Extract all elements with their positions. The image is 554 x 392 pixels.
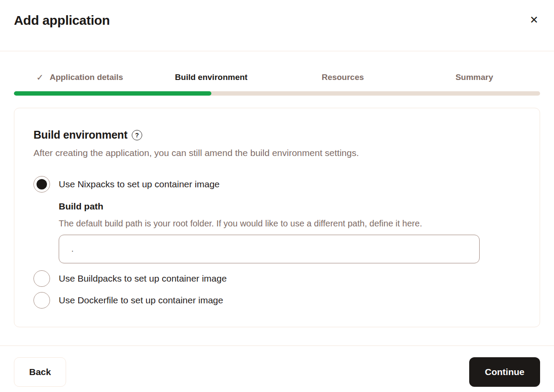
page-title: Add application <box>14 13 540 28</box>
tab-build-environment[interactable]: Build environment <box>146 71 277 83</box>
section-heading: Build environment <box>33 127 127 142</box>
build-path-group: Build path The default build path is you… <box>59 200 521 263</box>
build-path-input[interactable] <box>59 235 480 263</box>
check-icon: ✓ <box>36 71 43 83</box>
build-path-label: Build path <box>59 200 521 213</box>
stepper-tabs: ✓ Application details Build environment … <box>14 71 540 83</box>
option-dockerfile-label[interactable]: Use Dockerfile to set up container image <box>59 295 223 306</box>
option-nixpacks: Use Nixpacks to set up container image <box>33 176 521 193</box>
build-path-help: The default build path is your root fold… <box>59 218 521 229</box>
tab-label: Summary <box>455 71 493 83</box>
add-application-modal: Add application ✕ ✓ Application details … <box>0 0 554 392</box>
tab-label: Build environment <box>175 71 247 83</box>
radio-dockerfile[interactable] <box>33 292 50 309</box>
radio-nixpacks[interactable] <box>33 176 50 193</box>
radio-buildpacks[interactable] <box>33 270 50 287</box>
tab-summary[interactable]: Summary <box>409 71 541 83</box>
option-nixpacks-label[interactable]: Use Nixpacks to set up container image <box>59 179 220 189</box>
progress-fill <box>14 91 211 96</box>
progress-bar <box>14 91 540 96</box>
tab-resources[interactable]: Resources <box>277 71 409 83</box>
tab-label: Resources <box>322 71 364 83</box>
build-environment-card: Build environment ? After creating the a… <box>14 108 540 327</box>
modal-footer: Back Continue <box>0 345 554 392</box>
section-description: After creating the application, you can … <box>33 146 521 159</box>
tab-label: Application details <box>50 71 123 83</box>
help-icon[interactable]: ? <box>132 130 142 140</box>
tab-application-details[interactable]: ✓ Application details <box>14 71 146 83</box>
option-dockerfile: Use Dockerfile to set up container image <box>33 292 521 309</box>
stepper: ✓ Application details Build environment … <box>0 71 554 96</box>
option-buildpacks: Use Buildpacks to set up container image <box>33 270 521 287</box>
option-buildpacks-label[interactable]: Use Buildpacks to set up container image <box>59 273 227 284</box>
modal-header: Add application ✕ <box>0 0 554 51</box>
back-button[interactable]: Back <box>14 357 66 387</box>
close-icon[interactable]: ✕ <box>530 15 538 25</box>
continue-button[interactable]: Continue <box>469 357 540 387</box>
